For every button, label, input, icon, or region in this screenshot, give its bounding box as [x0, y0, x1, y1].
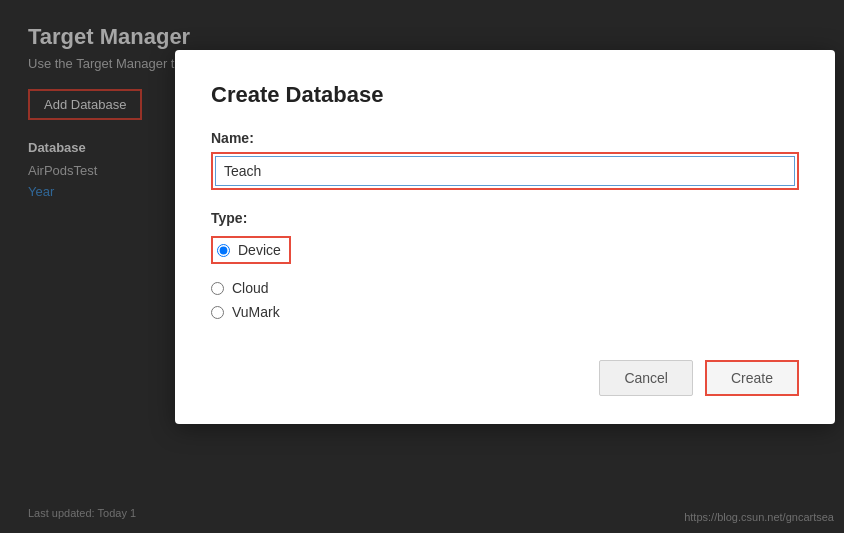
cancel-button[interactable]: Cancel: [599, 360, 693, 396]
device-option-container: Device: [211, 236, 799, 272]
vumark-label: VuMark: [232, 304, 280, 320]
cloud-label: Cloud: [232, 280, 269, 296]
device-radio[interactable]: [217, 244, 230, 257]
vumark-radio[interactable]: [211, 306, 224, 319]
cloud-radio[interactable]: [211, 282, 224, 295]
type-field-label: Type:: [211, 210, 799, 226]
create-button[interactable]: Create: [707, 362, 797, 394]
device-label: Device: [238, 242, 281, 258]
name-input[interactable]: [215, 156, 795, 186]
modal-title: Create Database: [211, 82, 799, 108]
name-field-label: Name:: [211, 130, 799, 146]
device-option[interactable]: Device: [217, 242, 281, 258]
name-input-wrapper: [211, 152, 799, 190]
modal-footer: Cancel Create: [211, 360, 799, 396]
create-button-wrapper: Create: [705, 360, 799, 396]
create-database-modal: Create Database Name: Type: Device Cloud…: [175, 50, 835, 424]
cloud-option[interactable]: Cloud: [211, 280, 799, 296]
type-section: Type: Device Cloud VuMark: [211, 210, 799, 320]
vumark-option[interactable]: VuMark: [211, 304, 799, 320]
device-radio-wrapper: Device: [211, 236, 291, 264]
